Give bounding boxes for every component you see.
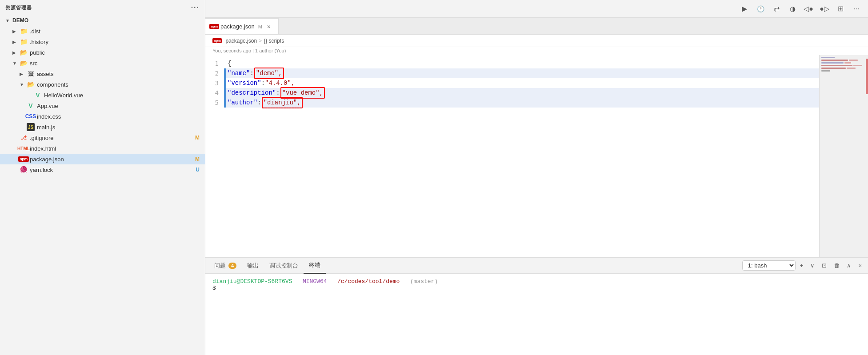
minimap-row [821,57,866,59]
minimap-line [849,60,858,61]
tree-item-public[interactable]: ▶ 📂 public [0,47,205,58]
minimap-line [853,65,862,66]
minimap-line [821,62,844,64]
breadcrumb-section: {} scripts [264,38,284,44]
folder-components-icon: 📂 [27,80,35,88]
forward-icon[interactable]: ●▷ [818,3,831,15]
minimap-row [821,60,866,61]
tree-label-mainjs: main.js [37,124,55,131]
vue-icon: V [27,102,35,110]
run-icon[interactable]: ▶ [738,3,751,15]
vue-icon: V [34,91,42,99]
git-info: You, seconds ago | 1 author (You) [205,47,868,55]
terminal-delete-button[interactable]: 🗑 [831,261,842,270]
tree-item-appvue[interactable]: V App.vue [0,100,205,111]
terminal-prompt-line: dianjiu@DESKTOP-S6RT6VS MINGW64 /c/codes… [212,278,861,285]
chart-icon[interactable]: ◑ [786,3,799,15]
squiggle-underline [263,108,302,108]
breadcrumb-npm-icon: npm [212,38,222,43]
tree-label-helloworld: HelloWorld.vue [44,92,83,99]
tree-item-packagejson[interactable]: npm package.json M [0,154,205,164]
terminal-split-button[interactable]: ⊡ [819,261,829,270]
code-colon-4: : [276,88,280,98]
terminal-tab-issues[interactable]: 问题 4 [209,258,242,274]
tree-item-dist[interactable]: ▶ 📁 .dist [0,26,205,36]
packagejson-badge: M [195,156,200,162]
terminal-tab-debug[interactable]: 调试控制台 [264,258,304,274]
minimap-line [821,60,848,61]
tree-label-src: src [30,60,37,67]
terminal-add-button[interactable]: + [797,261,806,270]
terminal-tab-output-label: 输出 [247,262,259,270]
tab-modified-badge: M [258,24,262,29]
tree-item-components[interactable]: ▼ 📂 components [0,79,205,90]
terminal-tab-actions: 1: bash + ∨ ⊡ 🗑 ∧ × [742,260,864,271]
css-icon: CSS [27,112,35,120]
tree-item-history[interactable]: ▶ 📁 .history [0,36,205,47]
editor-content[interactable]: 1 2 3 4 5 { "name" : [205,55,819,257]
tree-item-assets[interactable]: ▶ 🖼 assets [0,68,205,79]
minimap-row [821,68,866,69]
minimap-line [821,68,846,69]
tree-label-gitignore: .gitignore [30,135,53,141]
timeline-icon[interactable]: 🕐 [754,3,767,15]
terminal-path: /c/codes/tool/demo [337,278,400,285]
line-num-2: 2 [205,68,219,78]
yarn-icon: 🧶 [20,166,28,174]
sidebar-more-button[interactable]: ··· [191,4,200,12]
code-key-version: "version" [228,78,261,88]
tree-item-gitignore[interactable]: ⎇ .gitignore M [0,132,205,143]
terminal-tab-terminal-label: 终端 [309,261,320,269]
code-lines: { "name" : "demo", "version" [224,59,819,254]
branch-icon[interactable]: ⇄ [770,3,783,15]
minimap-row [821,62,866,64]
terminal-branch: (master) [410,278,438,285]
tree-item-indexhtml[interactable]: HTML index.html [0,143,205,154]
code-line-2: "name" : "demo", [224,68,819,78]
code-line-4: "description" : "vue demo", [224,88,819,98]
terminal-body[interactable]: dianjiu@DESKTOP-S6RT6VS MINGW64 /c/codes… [205,274,868,355]
tree-label-assets: assets [37,71,54,77]
minimap-line [844,62,851,64]
minimap-content [820,55,868,257]
terminal-shell-dropdown[interactable]: 1: bash [742,260,796,271]
terminal-tab-issues-label: 问题 [214,262,226,270]
tree-item-indexcss[interactable]: CSS index.css [0,111,205,122]
terminal-tab-terminal[interactable]: 终端 [304,258,326,274]
chevron-down-icon: ▼ [20,82,27,87]
terminal-close-button[interactable]: × [856,261,864,270]
line-num-3: 3 [205,78,219,88]
minimap-scrollbar-accent [866,59,868,94]
code-val-version: "4.4.0", [265,78,295,88]
minimap [819,55,868,257]
tree-item-demo[interactable]: ▼ DEMO [0,15,205,26]
more-icon[interactable]: ··· [850,3,863,15]
tree-item-yarnlock[interactable]: 🧶 yarn.lock U [0,164,205,175]
chevron-right-icon: ▶ [12,29,20,34]
indent-marker-5 [224,98,226,108]
terminal-tab-output[interactable]: 输出 [242,258,264,274]
terminal-tab-debug-label: 调试控制台 [269,262,298,270]
folder-open-icon: 📂 [20,59,28,67]
editor-tab-packagejson[interactable]: npm package.json M × [205,18,279,34]
tree-item-src[interactable]: ▼ 📂 src [0,58,205,68]
minimap-row [821,70,866,72]
minimap-line [821,70,830,72]
git-icon: ⎇ [20,134,28,142]
split-icon[interactable]: ⊞ [834,3,847,15]
tab-label: package.json [220,23,255,30]
indent-marker-3 [224,78,226,88]
code-area: 1 2 3 4 5 { "name" : [205,55,868,257]
terminal-tabs: 问题 4 输出 调试控制台 终端 1: bash + ∨ [205,258,868,274]
minimap-line [847,68,856,69]
tree-item-helloworld[interactable]: V HelloWorld.vue [0,90,205,100]
code-key-desc: "description" [228,88,276,98]
terminal-maximize-button[interactable]: ∧ [844,261,854,270]
chevron-right-icon: ▶ [12,40,20,44]
tab-close-button[interactable]: × [265,23,273,31]
tree-item-mainjs[interactable]: JS main.js [0,122,205,132]
back-icon[interactable]: ◁● [802,3,815,15]
chevron-down-icon: ▼ [5,18,12,23]
terminal-dropdown-button[interactable]: ∨ [808,261,817,270]
code-key-author: "author" [228,98,257,108]
